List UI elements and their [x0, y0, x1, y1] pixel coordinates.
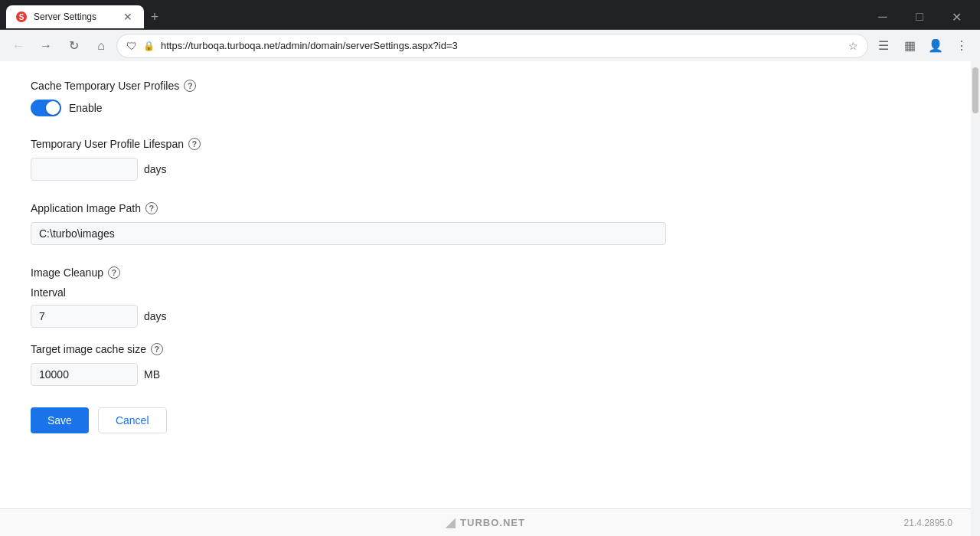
browser-chrome: S Server Settings ✕ + ─ □ ✕ ← → ↻ ⌂ 🛡 🔒 … [0, 0, 980, 61]
lifespan-section: Temporary User Profile Lifespan ? days [31, 138, 940, 181]
image-path-section: Application Image Path ? [31, 202, 940, 245]
cache-size-help-icon[interactable]: ? [151, 343, 163, 355]
active-tab[interactable]: S Server Settings ✕ [6, 5, 144, 28]
tab-title: Server Settings [34, 11, 115, 22]
new-tab-button[interactable]: + [144, 6, 165, 28]
tab-favicon: S [15, 11, 28, 23]
toggle-label: Enable [69, 102, 103, 114]
scrollbar-thumb[interactable] [972, 67, 978, 113]
bookmark-star-icon[interactable]: ☆ [848, 40, 858, 52]
forward-button[interactable]: → [34, 34, 58, 58]
tab-close-button[interactable]: ✕ [121, 10, 135, 24]
cache-size-input[interactable] [31, 363, 138, 386]
lifespan-help-icon[interactable]: ? [188, 138, 201, 150]
window-controls: ─ □ ✕ [865, 5, 974, 29]
account-icon[interactable]: 👤 [923, 34, 948, 58]
back-button[interactable]: ← [6, 34, 31, 58]
cache-size-label: Target image cache size ? [31, 343, 940, 355]
image-cleanup-help-icon[interactable]: ? [108, 266, 120, 279]
lifespan-input-row: days [31, 158, 940, 181]
footer-logo-text: TURBO.NET [460, 517, 525, 528]
button-row: Save Cancel [31, 407, 940, 433]
cache-size-unit: MB [144, 368, 160, 381]
interval-input-row: days [31, 305, 940, 328]
security-icon: 🛡 [126, 40, 137, 52]
image-cleanup-section: Image Cleanup ? Interval days Target ima… [31, 266, 940, 386]
interval-unit: days [144, 310, 167, 322]
minimize-button[interactable]: ─ [865, 5, 900, 29]
interval-input[interactable] [31, 305, 138, 328]
browser-toolbar: ← → ↻ ⌂ 🛡 🔒 https://turboqa.turboqa.net/… [0, 29, 980, 61]
image-path-input[interactable] [31, 222, 666, 245]
menu-button[interactable]: ⋮ [949, 34, 974, 58]
cache-profiles-help-icon[interactable]: ? [184, 80, 196, 92]
lifespan-label: Temporary User Profile Lifespan ? [31, 138, 940, 150]
image-path-label: Application Image Path ? [31, 202, 940, 214]
reading-list-icon[interactable]: ▦ [897, 34, 922, 58]
lifespan-input[interactable] [31, 158, 138, 181]
home-button[interactable]: ⌂ [89, 34, 113, 58]
toggle-knob [46, 101, 60, 115]
svg-text:S: S [19, 13, 24, 21]
footer-version: 21.4.2895.0 [904, 518, 952, 528]
reload-button[interactable]: ↻ [61, 34, 86, 58]
cache-profiles-section: Cache Temporary User Profiles ? Enable [31, 80, 940, 116]
cache-size-input-row: MB [31, 363, 940, 386]
cache-profiles-label: Cache Temporary User Profiles ? [31, 80, 940, 92]
save-button[interactable]: Save [31, 407, 89, 433]
close-window-button[interactable]: ✕ [939, 5, 974, 29]
image-path-input-row [31, 222, 940, 245]
tab-bar: S Server Settings ✕ + ─ □ ✕ [0, 0, 980, 29]
maximize-button[interactable]: □ [902, 5, 937, 29]
address-bar[interactable]: 🛡 🔒 https://turboqa.turboqa.net/admin/do… [116, 34, 868, 58]
page-content: Cache Temporary User Profiles ? Enable T… [0, 61, 980, 536]
toggle-row: Enable [31, 100, 940, 116]
sidebar-icon[interactable]: ☰ [871, 34, 896, 58]
image-cleanup-label: Image Cleanup ? [31, 266, 940, 279]
page-footer: ◢ TURBO.NET 21.4.2895.0 [0, 508, 971, 536]
enable-toggle[interactable] [31, 100, 61, 116]
footer-logo-icon: ◢ [446, 515, 456, 530]
lock-icon: 🔒 [143, 41, 155, 51]
url-text: https://turboqa.turboqa.net/admin/domain… [161, 40, 842, 51]
toolbar-right: ☰ ▦ 👤 ⋮ [871, 34, 974, 58]
interval-label: Interval [31, 286, 940, 299]
footer-logo: ◢ TURBO.NET [446, 515, 525, 530]
main-area: Cache Temporary User Profiles ? Enable T… [0, 61, 971, 536]
lifespan-unit: days [144, 163, 167, 175]
cancel-button[interactable]: Cancel [98, 407, 167, 433]
image-path-help-icon[interactable]: ? [145, 202, 158, 214]
scrollbar[interactable] [971, 61, 980, 536]
